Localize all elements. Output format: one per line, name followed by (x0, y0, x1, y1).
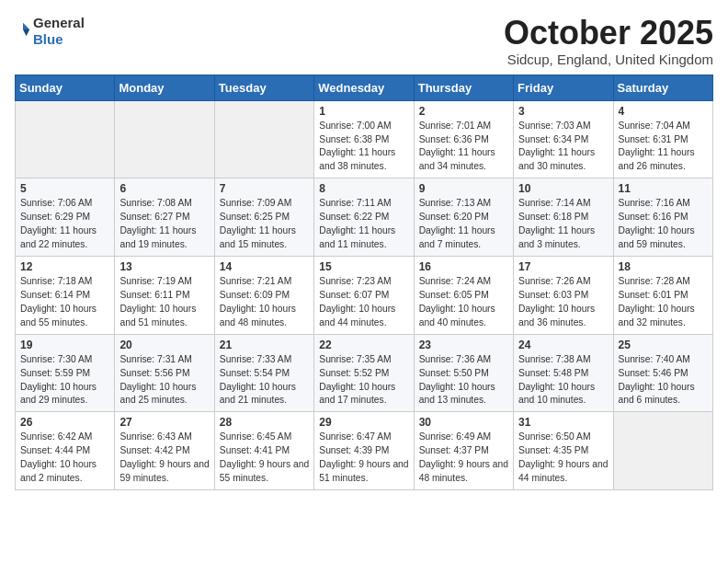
cell-content: Sunrise: 7:16 AM Sunset: 6:16 PM Dayligh… (619, 197, 708, 252)
month-title: October 2025 (504, 15, 713, 52)
calendar-cell: 12Sunrise: 7:18 AM Sunset: 6:14 PM Dayli… (16, 256, 115, 334)
weekday-header: Sunday (16, 75, 115, 100)
day-number: 28 (220, 416, 309, 429)
cell-content: Sunrise: 7:19 AM Sunset: 6:11 PM Dayligh… (119, 275, 209, 330)
calendar-week-row: 12Sunrise: 7:18 AM Sunset: 6:14 PM Dayli… (16, 256, 713, 334)
svg-marker-0 (23, 23, 29, 29)
logo-icon (15, 21, 31, 38)
calendar-cell: 22Sunrise: 7:35 AM Sunset: 5:52 PM Dayli… (314, 334, 414, 412)
calendar-cell: 28Sunrise: 6:45 AM Sunset: 4:41 PM Dayli… (214, 412, 313, 490)
calendar-cell: 2Sunrise: 7:01 AM Sunset: 6:36 PM Daylig… (414, 100, 513, 178)
day-number: 8 (319, 182, 408, 195)
weekday-header: Tuesday (214, 75, 313, 100)
day-number: 14 (220, 260, 309, 273)
day-number: 17 (518, 260, 608, 273)
weekday-header: Monday (115, 75, 214, 100)
calendar-cell: 13Sunrise: 7:19 AM Sunset: 6:11 PM Dayli… (115, 256, 214, 334)
page-header: General Blue October 2025 Sidcup, Englan… (15, 15, 713, 67)
cell-content: Sunrise: 7:13 AM Sunset: 6:20 PM Dayligh… (419, 197, 508, 252)
day-number: 10 (518, 182, 608, 195)
day-number: 11 (619, 182, 708, 195)
calendar-table: SundayMondayTuesdayWednesdayThursdayFrid… (15, 75, 713, 490)
cell-content: Sunrise: 7:06 AM Sunset: 6:29 PM Dayligh… (20, 197, 109, 252)
cell-content: Sunrise: 6:42 AM Sunset: 4:44 PM Dayligh… (20, 431, 109, 486)
cell-content: Sunrise: 7:01 AM Sunset: 6:36 PM Dayligh… (419, 120, 508, 175)
day-number: 13 (119, 260, 209, 273)
calendar-cell: 9Sunrise: 7:13 AM Sunset: 6:20 PM Daylig… (414, 178, 513, 257)
calendar-week-row: 1Sunrise: 7:00 AM Sunset: 6:38 PM Daylig… (16, 100, 713, 178)
cell-content: Sunrise: 6:43 AM Sunset: 4:42 PM Dayligh… (119, 431, 209, 486)
cell-content: Sunrise: 7:00 AM Sunset: 6:38 PM Dayligh… (319, 120, 408, 175)
day-number: 23 (419, 339, 508, 351)
calendar-cell: 27Sunrise: 6:43 AM Sunset: 4:42 PM Dayli… (115, 412, 214, 490)
cell-content: Sunrise: 7:35 AM Sunset: 5:52 PM Dayligh… (319, 353, 408, 408)
calendar-cell (16, 100, 115, 178)
day-number: 5 (20, 182, 109, 195)
cell-content: Sunrise: 7:18 AM Sunset: 6:14 PM Dayligh… (20, 275, 109, 330)
calendar-cell (214, 100, 313, 178)
calendar-cell: 18Sunrise: 7:28 AM Sunset: 6:01 PM Dayli… (613, 256, 712, 334)
calendar-cell: 24Sunrise: 7:38 AM Sunset: 5:48 PM Dayli… (514, 334, 613, 412)
day-number: 15 (319, 260, 408, 273)
calendar-cell: 20Sunrise: 7:31 AM Sunset: 5:56 PM Dayli… (115, 334, 214, 412)
day-number: 27 (119, 416, 209, 429)
cell-content: Sunrise: 7:09 AM Sunset: 6:25 PM Dayligh… (220, 197, 309, 252)
cell-content: Sunrise: 7:14 AM Sunset: 6:18 PM Dayligh… (518, 197, 608, 252)
day-number: 4 (619, 105, 708, 118)
calendar-cell: 11Sunrise: 7:16 AM Sunset: 6:16 PM Dayli… (613, 178, 712, 257)
svg-marker-1 (23, 29, 29, 36)
calendar-cell: 3Sunrise: 7:03 AM Sunset: 6:34 PM Daylig… (514, 100, 613, 178)
calendar-cell: 31Sunrise: 6:50 AM Sunset: 4:35 PM Dayli… (514, 412, 613, 490)
calendar-cell: 16Sunrise: 7:24 AM Sunset: 6:05 PM Dayli… (414, 256, 513, 334)
cell-content: Sunrise: 7:21 AM Sunset: 6:09 PM Dayligh… (220, 275, 309, 330)
cell-content: Sunrise: 7:04 AM Sunset: 6:31 PM Dayligh… (619, 120, 708, 175)
calendar-cell (115, 100, 214, 178)
cell-content: Sunrise: 7:24 AM Sunset: 6:05 PM Dayligh… (419, 275, 508, 330)
calendar-week-row: 5Sunrise: 7:06 AM Sunset: 6:29 PM Daylig… (16, 178, 713, 257)
logo: General Blue (15, 15, 85, 48)
calendar-cell: 5Sunrise: 7:06 AM Sunset: 6:29 PM Daylig… (16, 178, 115, 257)
calendar-cell: 15Sunrise: 7:23 AM Sunset: 6:07 PM Dayli… (314, 256, 414, 334)
calendar-cell: 17Sunrise: 7:26 AM Sunset: 6:03 PM Dayli… (514, 256, 613, 334)
day-number: 30 (419, 416, 508, 429)
cell-content: Sunrise: 7:38 AM Sunset: 5:48 PM Dayligh… (518, 353, 608, 408)
cell-content: Sunrise: 7:08 AM Sunset: 6:27 PM Dayligh… (119, 197, 209, 252)
day-number: 2 (419, 105, 508, 118)
weekday-header-row: SundayMondayTuesdayWednesdayThursdayFrid… (16, 75, 713, 100)
calendar-cell: 8Sunrise: 7:11 AM Sunset: 6:22 PM Daylig… (314, 178, 414, 257)
day-number: 26 (20, 416, 109, 429)
day-number: 9 (419, 182, 508, 195)
title-block: October 2025 Sidcup, England, United Kin… (504, 15, 713, 67)
cell-content: Sunrise: 6:45 AM Sunset: 4:41 PM Dayligh… (220, 431, 309, 486)
calendar-week-row: 26Sunrise: 6:42 AM Sunset: 4:44 PM Dayli… (16, 412, 713, 490)
day-number: 29 (319, 416, 408, 429)
day-number: 25 (619, 339, 708, 351)
cell-content: Sunrise: 7:11 AM Sunset: 6:22 PM Dayligh… (319, 197, 408, 252)
calendar-cell: 14Sunrise: 7:21 AM Sunset: 6:09 PM Dayli… (214, 256, 313, 334)
calendar-cell: 30Sunrise: 6:49 AM Sunset: 4:37 PM Dayli… (414, 412, 513, 490)
calendar-cell: 23Sunrise: 7:36 AM Sunset: 5:50 PM Dayli… (414, 334, 513, 412)
cell-content: Sunrise: 7:40 AM Sunset: 5:46 PM Dayligh… (619, 353, 708, 408)
calendar-cell: 6Sunrise: 7:08 AM Sunset: 6:27 PM Daylig… (115, 178, 214, 257)
logo-blue: Blue (33, 31, 63, 47)
weekday-header: Wednesday (314, 75, 414, 100)
calendar-cell: 29Sunrise: 6:47 AM Sunset: 4:39 PM Dayli… (314, 412, 414, 490)
day-number: 24 (518, 339, 608, 351)
cell-content: Sunrise: 7:03 AM Sunset: 6:34 PM Dayligh… (518, 120, 608, 175)
calendar-cell: 26Sunrise: 6:42 AM Sunset: 4:44 PM Dayli… (16, 412, 115, 490)
weekday-header: Friday (514, 75, 613, 100)
day-number: 6 (119, 182, 209, 195)
calendar-cell: 25Sunrise: 7:40 AM Sunset: 5:46 PM Dayli… (613, 334, 712, 412)
calendar-cell (613, 412, 712, 490)
day-number: 16 (419, 260, 508, 273)
cell-content: Sunrise: 7:31 AM Sunset: 5:56 PM Dayligh… (119, 353, 209, 408)
calendar-cell: 10Sunrise: 7:14 AM Sunset: 6:18 PM Dayli… (514, 178, 613, 257)
weekday-header: Thursday (414, 75, 513, 100)
calendar-cell: 1Sunrise: 7:00 AM Sunset: 6:38 PM Daylig… (314, 100, 414, 178)
day-number: 20 (119, 339, 209, 351)
cell-content: Sunrise: 7:23 AM Sunset: 6:07 PM Dayligh… (319, 275, 408, 330)
calendar-cell: 7Sunrise: 7:09 AM Sunset: 6:25 PM Daylig… (214, 178, 313, 257)
day-number: 3 (518, 105, 608, 118)
day-number: 18 (619, 260, 708, 273)
logo-general: General (33, 15, 85, 30)
